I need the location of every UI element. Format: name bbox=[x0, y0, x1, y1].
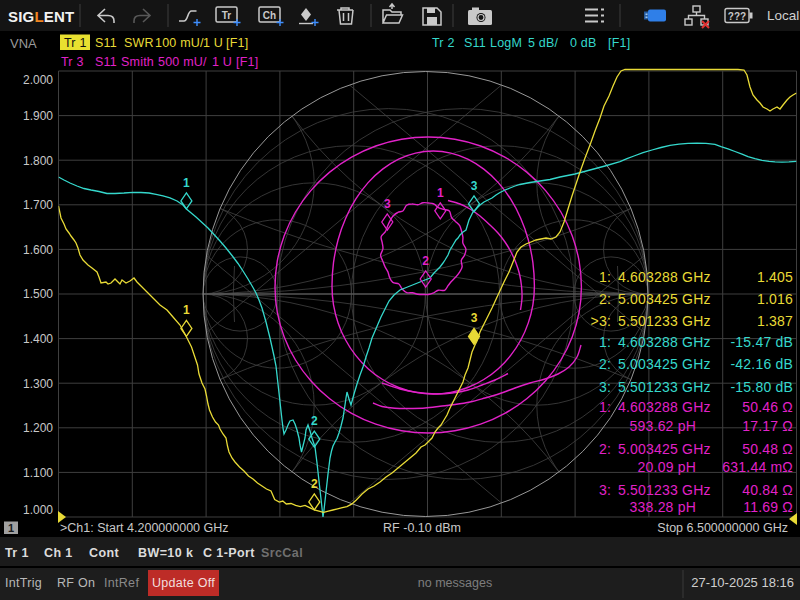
svg-text:S11: S11 bbox=[95, 55, 117, 69]
svg-text:1.600: 1.600 bbox=[23, 243, 53, 257]
svg-text:5.501233 GHz: 5.501233 GHz bbox=[618, 379, 711, 395]
svg-text:-15.80 dB: -15.80 dB bbox=[730, 379, 793, 395]
svg-text:1.900: 1.900 bbox=[23, 109, 53, 123]
svg-text:Tr 3: Tr 3 bbox=[61, 55, 84, 69]
svg-text:SIGLENT: SIGLENT bbox=[8, 8, 74, 25]
svg-text:1.700: 1.700 bbox=[23, 198, 53, 212]
svg-text:17.17 Ω: 17.17 Ω bbox=[742, 418, 793, 434]
svg-text:LogM: LogM bbox=[490, 36, 522, 50]
svg-text:4.603288 GHz: 4.603288 GHz bbox=[618, 334, 711, 350]
svg-text:Smith: Smith bbox=[121, 55, 154, 69]
svg-text:593.62 pH: 593.62 pH bbox=[630, 418, 696, 434]
svg-text:5.501233 GHz: 5.501233 GHz bbox=[618, 482, 711, 498]
svg-text:BW=10 k: BW=10 k bbox=[138, 546, 193, 560]
svg-text:5 dB/: 5 dB/ bbox=[528, 36, 559, 50]
svg-text:50.48 Ω: 50.48 Ω bbox=[742, 441, 793, 457]
svg-text:-42.16 dB: -42.16 dB bbox=[730, 356, 793, 372]
svg-text:RF On: RF On bbox=[57, 576, 95, 590]
svg-text:1.800: 1.800 bbox=[23, 154, 53, 168]
svg-text:1.100: 1.100 bbox=[23, 466, 53, 480]
svg-text:2: 2 bbox=[422, 254, 429, 268]
svg-text:1: 1 bbox=[8, 522, 14, 534]
svg-text:Local: Local bbox=[767, 8, 799, 23]
svg-text:500 mU/: 500 mU/ bbox=[158, 55, 207, 69]
svg-text:2:: 2: bbox=[599, 291, 611, 307]
svg-text:1.387: 1.387 bbox=[757, 313, 793, 329]
svg-text:1: 1 bbox=[183, 303, 190, 317]
svg-text:1.016: 1.016 bbox=[757, 291, 793, 307]
svg-text:100 mU/: 100 mU/ bbox=[155, 36, 204, 50]
svg-text:1:: 1: bbox=[599, 334, 611, 350]
svg-text:1.000: 1.000 bbox=[23, 503, 53, 517]
svg-text:5.003425 GHz: 5.003425 GHz bbox=[618, 441, 711, 457]
svg-text:RF -0.10 dBm: RF -0.10 dBm bbox=[383, 521, 461, 535]
svg-text:VNA: VNA bbox=[10, 36, 37, 51]
svg-text:3: 3 bbox=[471, 179, 478, 193]
svg-text:S11: S11 bbox=[95, 36, 117, 50]
svg-text:S11: S11 bbox=[464, 36, 486, 50]
svg-text:[F1]: [F1] bbox=[608, 36, 630, 50]
svg-text:1 U: 1 U bbox=[212, 55, 232, 69]
svg-text:Cont: Cont bbox=[89, 546, 119, 560]
svg-text:1:: 1: bbox=[599, 399, 611, 415]
svg-text:11.69 Ω: 11.69 Ω bbox=[743, 499, 793, 515]
svg-text:5.003425 GHz: 5.003425 GHz bbox=[618, 356, 711, 372]
svg-text:1.400: 1.400 bbox=[23, 332, 53, 346]
svg-text:???: ??? bbox=[728, 11, 746, 22]
svg-text:40.84 Ω: 40.84 Ω bbox=[742, 482, 793, 498]
svg-text:2: 2 bbox=[311, 414, 318, 428]
svg-text:1.500: 1.500 bbox=[23, 287, 53, 301]
svg-text:3: 3 bbox=[384, 197, 391, 211]
svg-text:2:: 2: bbox=[599, 441, 611, 457]
svg-text:Update Off: Update Off bbox=[152, 576, 215, 590]
svg-text:-15.47 dB: -15.47 dB bbox=[730, 334, 793, 350]
svg-text:>3:: >3: bbox=[591, 313, 611, 329]
svg-text:3: 3 bbox=[471, 311, 478, 325]
svg-text:5.501233 GHz: 5.501233 GHz bbox=[618, 313, 711, 329]
svg-text:2.000: 2.000 bbox=[23, 73, 53, 87]
svg-text:4.603288 GHz: 4.603288 GHz bbox=[618, 399, 711, 415]
svg-text:1.405: 1.405 bbox=[757, 269, 793, 285]
svg-text:Tr: Tr bbox=[222, 10, 232, 21]
svg-text:1: 1 bbox=[183, 176, 190, 190]
svg-text:Tr 1: Tr 1 bbox=[64, 36, 87, 50]
svg-text:no messages: no messages bbox=[418, 576, 492, 590]
svg-text:IntRef: IntRef bbox=[104, 576, 139, 590]
svg-text:SWR: SWR bbox=[124, 36, 154, 50]
svg-text:5.003425 GHz: 5.003425 GHz bbox=[618, 291, 711, 307]
svg-text:Ch 1: Ch 1 bbox=[44, 546, 73, 560]
svg-text:>Ch1: Start 4.200000000 GHz: >Ch1: Start 4.200000000 GHz bbox=[60, 521, 229, 535]
svg-text:Tr 2: Tr 2 bbox=[432, 36, 455, 50]
svg-text:0 dB: 0 dB bbox=[570, 36, 597, 50]
svg-text:4.603288 GHz: 4.603288 GHz bbox=[618, 269, 711, 285]
svg-text:1.300: 1.300 bbox=[23, 377, 53, 391]
svg-text:C 1-Port: C 1-Port bbox=[203, 546, 255, 560]
svg-text:IntTrig: IntTrig bbox=[5, 576, 42, 590]
svg-text:338.28 pH: 338.28 pH bbox=[630, 499, 696, 515]
svg-text:Tr 1: Tr 1 bbox=[5, 546, 29, 560]
svg-text:20.09 pH: 20.09 pH bbox=[638, 459, 696, 475]
svg-text:50.46 Ω: 50.46 Ω bbox=[742, 399, 793, 415]
svg-text:SrcCal: SrcCal bbox=[261, 546, 303, 560]
svg-text:Stop 6.500000000 GHz: Stop 6.500000000 GHz bbox=[657, 521, 788, 535]
svg-text:[F1]: [F1] bbox=[226, 36, 248, 50]
svg-text:1 U: 1 U bbox=[203, 36, 223, 50]
svg-text:Ch: Ch bbox=[263, 10, 276, 21]
svg-text:631.44 mΩ: 631.44 mΩ bbox=[722, 459, 793, 475]
svg-text:27-10-2025 18:16: 27-10-2025 18:16 bbox=[691, 575, 794, 590]
svg-text:2:: 2: bbox=[599, 356, 611, 372]
svg-text:3:: 3: bbox=[599, 379, 611, 395]
svg-text:1: 1 bbox=[437, 186, 444, 200]
svg-text:1:: 1: bbox=[599, 269, 611, 285]
svg-text:1.200: 1.200 bbox=[23, 421, 53, 435]
svg-text:[F1]: [F1] bbox=[236, 55, 258, 69]
svg-text:3:: 3: bbox=[599, 482, 611, 498]
svg-text:2: 2 bbox=[311, 477, 318, 491]
